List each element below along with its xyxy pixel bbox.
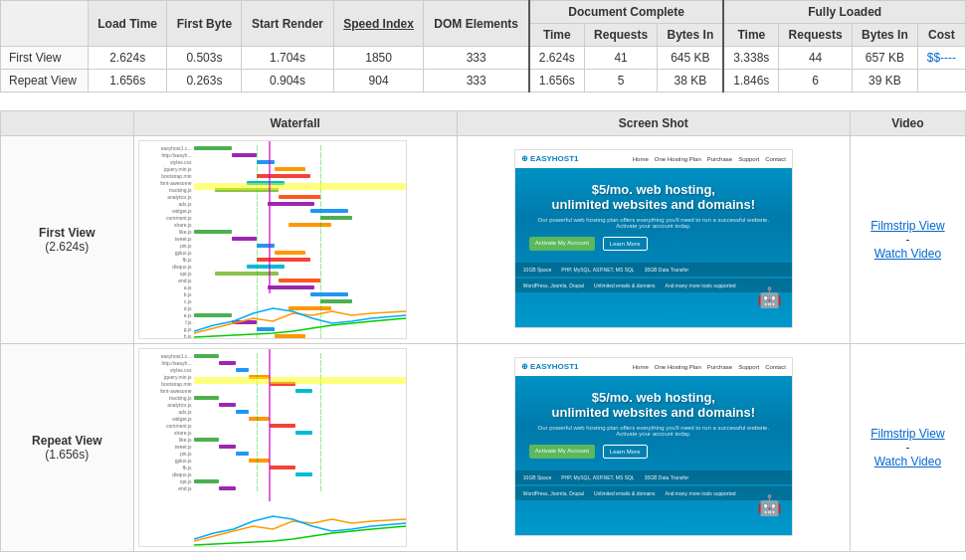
- screenshot-image: ⊕ EASYHOST1 HomeOne Hosting PlanPurchase…: [514, 149, 793, 328]
- filmstrip-view-link[interactable]: Filmstrip View: [870, 219, 944, 233]
- col-dc-bytes-in: Bytes In: [658, 24, 724, 47]
- col-cost: Cost: [917, 24, 965, 47]
- cell-first-byte: 0.503s: [167, 47, 242, 70]
- filmstrip-view-link[interactable]: Filmstrip View: [870, 427, 944, 441]
- wf-row-label: First View(2.624s): [1, 136, 134, 344]
- cell-dc-requests: 41: [584, 47, 658, 70]
- col-fl-bytes-in: Bytes In: [852, 24, 917, 47]
- wf-waterfall-cell: easyhost1.c...http://easyh...styles.cssj…: [133, 136, 457, 344]
- metrics-table: Load Time First Byte Start Render Speed …: [0, 0, 966, 93]
- cell-start-render: 1.704s: [242, 47, 333, 70]
- cell-dom-elements: 333: [424, 70, 529, 93]
- col-dc-requests: Requests: [584, 24, 658, 47]
- cell-fl-requests: 44: [779, 47, 853, 70]
- waterfall-table: Waterfall Screen Shot Video First View(2…: [0, 110, 966, 552]
- cell-fl-time: 1.846s: [723, 70, 778, 93]
- col-fl-requests: Requests: [779, 24, 853, 47]
- wf-waterfall-cell: easyhost1.c...http://easyh...styles.cssj…: [133, 344, 457, 552]
- waterfall-image: easyhost1.c...http://easyh...styles.cssj…: [138, 348, 407, 547]
- cell-dc-bytes-in: 38 KB: [658, 70, 724, 93]
- cell-fl-time: 3.338s: [723, 47, 778, 70]
- cell-start-render: 0.904s: [242, 70, 333, 93]
- screenshot-image: ⊕ EASYHOST1 HomeOne Hosting PlanPurchase…: [514, 357, 793, 536]
- wf-screenshot-cell: ⊕ EASYHOST1 HomeOne Hosting PlanPurchase…: [457, 344, 850, 552]
- row-label: First View: [1, 47, 89, 70]
- cell-load-time: 1.656s: [88, 70, 167, 93]
- wf-empty-header: [1, 111, 134, 136]
- group-fully-loaded: Fully Loaded: [723, 1, 965, 24]
- waterfall-row: First View(2.624s)easyhost1.c...http://e…: [1, 136, 966, 344]
- cell-load-time: 2.624s: [88, 47, 167, 70]
- row-label: Repeat View: [1, 70, 89, 93]
- col-start-render: Start Render: [242, 1, 333, 47]
- col-dom-elements: DOM Elements: [424, 1, 529, 47]
- wf-video-cell: Filmstrip View - Watch Video: [850, 136, 965, 344]
- cell-dc-bytes-in: 645 KB: [658, 47, 724, 70]
- wf-header-waterfall: Waterfall: [133, 111, 457, 136]
- watch-video-link[interactable]: Watch Video: [874, 247, 941, 261]
- wf-row-label: Repeat View(1.656s): [1, 344, 134, 552]
- video-dash: -: [905, 441, 909, 455]
- cell-first-byte: 0.263s: [167, 70, 242, 93]
- cell-fl-bytes-in: 657 KB: [852, 47, 917, 70]
- metrics-row: First View 2.624s 0.503s 1.704s 1850 333…: [1, 47, 966, 70]
- col-first-byte: First Byte: [167, 1, 242, 47]
- metrics-row: Repeat View 1.656s 0.263s 0.904s 904 333…: [1, 70, 966, 93]
- wf-header-video: Video: [850, 111, 965, 136]
- cell-speed-index: 904: [333, 70, 424, 93]
- col-speed-index: Speed Index: [333, 1, 424, 47]
- cell-dc-time: 1.656s: [529, 70, 584, 93]
- col-dc-time: Time: [529, 24, 584, 47]
- video-dash: -: [905, 233, 909, 247]
- cell-speed-index: 1850: [333, 47, 424, 70]
- watch-video-link[interactable]: Watch Video: [874, 455, 941, 468]
- cell-fl-requests: 6: [779, 70, 853, 93]
- wf-header-screenshot: Screen Shot: [457, 111, 850, 136]
- cell-cost: [917, 70, 965, 93]
- wf-screenshot-cell: ⊕ EASYHOST1 HomeOne Hosting PlanPurchase…: [457, 136, 850, 344]
- group-document-complete: Document Complete: [529, 1, 724, 24]
- waterfall-image: easyhost1.c...http://easyh...styles.cssj…: [138, 140, 407, 339]
- col-fl-time: Time: [723, 24, 778, 47]
- cell-dc-requests: 5: [584, 70, 658, 93]
- wf-video-cell: Filmstrip View - Watch Video: [850, 344, 965, 552]
- cell-dc-time: 2.624s: [529, 47, 584, 70]
- waterfall-row: Repeat View(1.656s)easyhost1.c...http://…: [1, 344, 966, 552]
- cell-fl-bytes-in: 39 KB: [852, 70, 917, 93]
- cell-dom-elements: 333: [424, 47, 529, 70]
- col-load-time: Load Time: [88, 1, 167, 47]
- cell-cost: $$----: [917, 47, 965, 70]
